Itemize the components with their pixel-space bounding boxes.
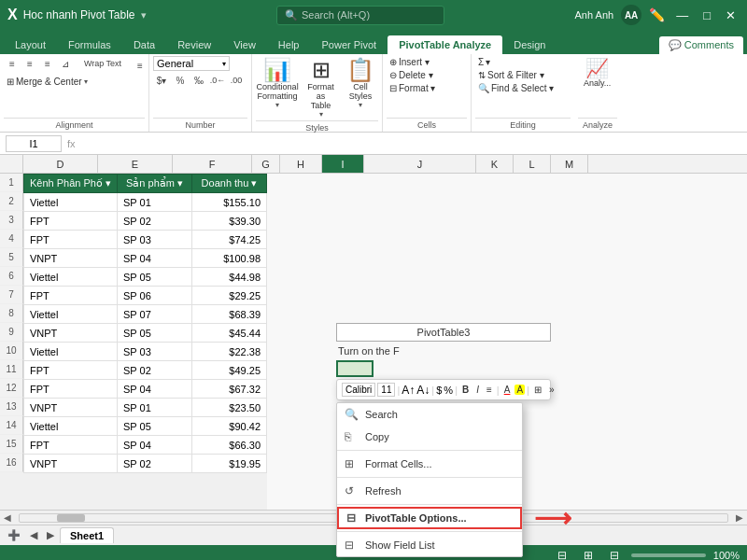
align-top-right[interactable]: ≡ (39, 56, 56, 71)
cell-3-2[interactable]: $100.98 (192, 249, 267, 268)
format-btn[interactable]: ⊟ Format ▾ (387, 82, 438, 94)
autosum-btn[interactable]: Σ ▾ (475, 56, 493, 68)
cell-10-0[interactable]: FPT (24, 380, 118, 399)
cell-9-0[interactable]: FPT (24, 361, 118, 380)
cell-8-0[interactable]: Viettel (24, 343, 118, 361)
cell-12-1[interactable]: SP 05 (118, 417, 192, 436)
cell-5-1[interactable]: SP 06 (118, 287, 192, 305)
page-layout-btn[interactable]: ⊞ (579, 548, 598, 560)
cell-0-1[interactable]: SP 01 (118, 193, 192, 212)
currency-mini-icon[interactable]: $ (436, 385, 442, 396)
search-box[interactable]: 🔍 Search (Alt+Q) (276, 6, 444, 25)
comments-button[interactable]: 💬 Comments (659, 36, 743, 54)
ctx-copy[interactable]: ⎘ Copy (337, 426, 522, 448)
row-5[interactable]: 5 (0, 248, 23, 267)
col-header-f[interactable]: F (173, 155, 252, 173)
font-size-selector[interactable]: 11 (377, 383, 395, 397)
table-row[interactable]: VNPTSP 04$100.98 (24, 249, 267, 268)
cell-5-0[interactable]: FPT (24, 287, 118, 305)
col-header-k[interactable]: K (476, 155, 514, 173)
format-as-table-btn[interactable]: ⊞ Format asTable ▾ (301, 56, 341, 120)
align-top-left[interactable]: ≡ (4, 56, 21, 71)
percent-btn[interactable]: % (172, 73, 189, 88)
wrap-text-btn[interactable]: Wrap Text (75, 56, 131, 71)
tab-design[interactable]: Design (502, 35, 557, 54)
cell-8-1[interactable]: SP 03 (118, 343, 192, 361)
cell-11-2[interactable]: $23.50 (192, 399, 267, 417)
cell-2-2[interactable]: $74.25 (192, 231, 267, 249)
table-row[interactable]: ViettelSP 05$44.98 (24, 268, 267, 287)
cell-12-0[interactable]: Viettel (24, 417, 118, 436)
cell-styles-btn[interactable]: 📋 CellStyles ▾ (343, 56, 378, 111)
align-left[interactable]: ≡ (132, 58, 148, 73)
table-row[interactable]: FPTSP 02$39.30 (24, 212, 267, 231)
add-sheet-btn[interactable]: ➕ (4, 529, 24, 541)
row-12[interactable]: 12 (0, 379, 23, 398)
cell-3-0[interactable]: VNPT (24, 249, 118, 268)
cell-3-1[interactable]: SP 04 (118, 249, 192, 268)
col-header-g[interactable]: G (252, 155, 280, 173)
comma-btn[interactable]: ‰ (190, 73, 207, 88)
table-row[interactable]: FPTSP 06$29.25 (24, 287, 267, 305)
table-row[interactable]: ViettelSP 07$68.39 (24, 305, 267, 324)
table-row[interactable]: VNPTSP 02$19.95 (24, 455, 267, 473)
user-avatar[interactable]: AA (621, 5, 641, 25)
insert-btn[interactable]: ⊕ Insert ▾ (387, 56, 432, 68)
pen-icon[interactable]: ✏️ (649, 7, 665, 22)
cell-1-1[interactable]: SP 02 (118, 212, 192, 231)
col-header-d[interactable]: D (23, 155, 98, 173)
orientation-btn[interactable]: ⊿ (57, 56, 74, 71)
cell-2-0[interactable]: FPT (24, 231, 118, 249)
col-header-e[interactable]: E (98, 155, 173, 173)
table-row[interactable]: ViettelSP 01$155.10 (24, 193, 267, 212)
cell-6-2[interactable]: $68.39 (192, 305, 267, 324)
cell-12-2[interactable]: $90.42 (192, 417, 267, 436)
col-header-h[interactable]: H (280, 155, 322, 173)
col-header-j[interactable]: J (364, 155, 476, 173)
font-shrink-icon[interactable]: A↓ (416, 384, 430, 397)
cell-10-2[interactable]: $67.32 (192, 380, 267, 399)
ctx-format-cells[interactable]: ⊞ Format Cells... (337, 453, 522, 475)
row-4[interactable]: 4 (0, 230, 23, 248)
normal-view-btn[interactable]: ⊟ (553, 548, 571, 560)
currency-btn[interactable]: $▾ (153, 73, 170, 88)
cell-9-2[interactable]: $49.25 (192, 361, 267, 380)
name-box[interactable]: I1 (6, 135, 62, 152)
row-15[interactable]: 15 (0, 435, 23, 454)
italic-btn[interactable]: I (473, 384, 482, 396)
row-13[interactable]: 13 (0, 398, 23, 416)
cell-4-1[interactable]: SP 05 (118, 268, 192, 287)
cell-4-2[interactable]: $44.98 (192, 268, 267, 287)
cell-5-2[interactable]: $29.25 (192, 287, 267, 305)
row-3[interactable]: 3 (0, 211, 23, 230)
row-16[interactable]: 16 (0, 454, 23, 472)
align-mini-btn[interactable]: ≡ (484, 384, 495, 396)
row-1[interactable]: 1 (0, 174, 23, 192)
scroll-thumb[interactable] (57, 514, 85, 522)
col-header-i[interactable]: I (322, 155, 364, 173)
cell-14-2[interactable]: $19.95 (192, 455, 267, 473)
font-color-btn[interactable]: A (501, 384, 514, 396)
ctx-refresh[interactable]: ↺ Refresh (337, 480, 522, 502)
sort-filter-btn[interactable]: ⇅ Sort & Filter ▾ (475, 69, 547, 81)
cell-0-2[interactable]: $155.10 (192, 193, 267, 212)
row-10[interactable]: 10 (0, 342, 23, 360)
cell-4-0[interactable]: Viettel (24, 268, 118, 287)
cell-14-1[interactable]: SP 02 (118, 455, 192, 473)
table-row[interactable]: ViettelSP 05$90.42 (24, 417, 267, 436)
merge-center-btn[interactable]: ⊞ Merge & Center ▾ (4, 76, 91, 88)
highlight-color-btn[interactable]: A (514, 385, 525, 395)
title-dropdown-icon[interactable]: ▾ (141, 9, 147, 21)
page-break-btn[interactable]: ⊟ (605, 548, 624, 560)
ctx-show-field-list[interactable]: ⊟ Show Field List (337, 534, 522, 556)
table-row[interactable]: VNPTSP 01$23.50 (24, 399, 267, 417)
selected-cell-indicator[interactable] (336, 360, 374, 377)
cell-7-0[interactable]: VNPT (24, 324, 118, 343)
maximize-button[interactable]: □ (699, 8, 714, 22)
row-7[interactable]: 7 (0, 286, 23, 304)
cell-8-2[interactable]: $22.38 (192, 343, 267, 361)
tab-power-pivot[interactable]: Power Pivot (310, 35, 388, 54)
cell-9-1[interactable]: SP 02 (118, 361, 192, 380)
cell-1-0[interactable]: FPT (24, 212, 118, 231)
more-btn[interactable]: » (546, 384, 557, 396)
